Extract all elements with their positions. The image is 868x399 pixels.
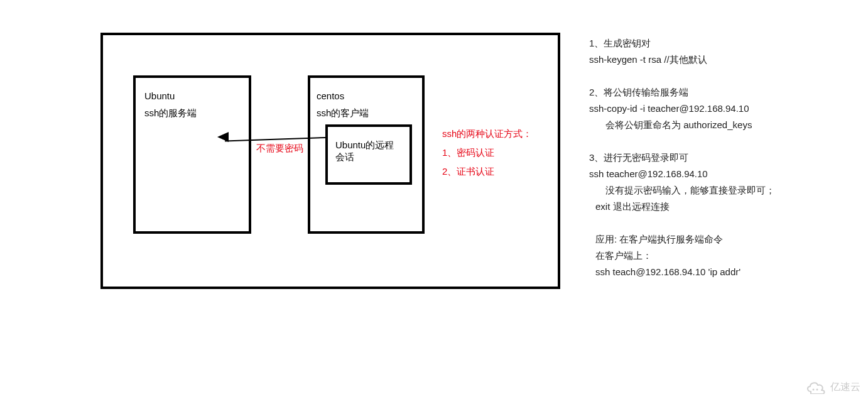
arrow-caption: 不需要密码: [256, 143, 303, 155]
centos-title: centos: [317, 90, 416, 101]
note-3-desc: 没有提示密码输入，能够直接登录即可；: [589, 182, 840, 199]
note-block-1: 1、生成密钥对 ssh-keygen -t rsa //其他默认: [589, 35, 840, 68]
watermark: 亿速云: [805, 380, 860, 394]
note-2-desc: 会将公钥重命名为 authorized_keys: [589, 117, 840, 133]
note-block-4: 应用: 在客户端执行服务端命令 在客户端上： ssh teach@192.168…: [589, 231, 840, 280]
note-block-3: 3、进行无密码登录即可 ssh teacher@192.168.94.10 没有…: [589, 150, 840, 215]
remote-session-line1: Ubuntu的远程: [335, 139, 402, 151]
note-3-cmd: ssh teacher@192.168.94.10: [589, 166, 840, 182]
instruction-notes: 1、生成密钥对 ssh-keygen -t rsa //其他默认 2、将公钥传输…: [589, 35, 840, 297]
note-4-title: 应用: 在客户端执行服务端命令: [595, 231, 840, 248]
ubuntu-server-box: Ubuntu ssh的服务端: [133, 75, 251, 234]
ssh-auth-item2: 2、证书认证: [442, 162, 532, 181]
arrow-icon: [217, 134, 325, 141]
ubuntu-title: Ubuntu: [144, 90, 240, 101]
note-4-where: 在客户端上：: [595, 248, 840, 264]
watermark-text: 亿速云: [830, 381, 860, 394]
ubuntu-role: ssh的服务端: [144, 107, 240, 119]
note-2-title: 2、将公钥传输给服务端: [589, 84, 840, 101]
note-1-cmd: ssh-keygen -t rsa //其他默认: [589, 52, 840, 68]
note-block-2: 2、将公钥传输给服务端 ssh-copy-id -i teacher@192.1…: [589, 84, 840, 133]
note-2-cmd: ssh-copy-id -i teacher@192.168.94.10: [589, 101, 840, 117]
note-4-cmd: ssh teach@192.168.94.10 'ip addr': [595, 264, 840, 280]
note-3-title: 3、进行无密码登录即可: [589, 150, 840, 166]
ssh-auth-item1: 1、密码认证: [442, 143, 532, 162]
ssh-auth-methods: ssh的两种认证方式： 1、密码认证 2、证书认证: [442, 124, 532, 181]
cloud-icon: [805, 380, 827, 394]
note-3-exit: exit 退出远程连接: [589, 199, 840, 215]
centos-role: ssh的客户端: [317, 107, 416, 119]
ssh-auth-heading: ssh的两种认证方式：: [442, 124, 532, 143]
remote-session-box: Ubuntu的远程 会话: [325, 124, 412, 185]
svg-point-0: [813, 389, 815, 391]
svg-point-1: [816, 389, 818, 391]
note-1-title: 1、生成密钥对: [589, 35, 840, 52]
remote-session-line2: 会话: [335, 151, 402, 163]
